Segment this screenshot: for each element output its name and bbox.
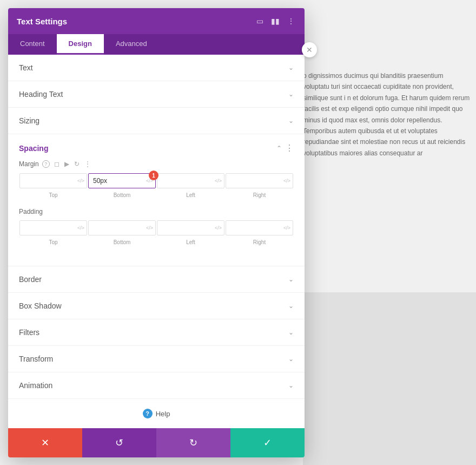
padding-top-input[interactable] [20,221,87,235]
panel-header: Text Settings ▭ ▮▮ ⋮ [8,8,305,34]
section-sizing-label: Sizing [19,116,39,125]
section-box-shadow-label: Box Shadow [19,302,62,310]
confirm-button[interactable]: ✓ [230,428,305,457]
margin-inputs-row: </> </> 1 </> </> [19,173,294,189]
margin-label: Margin [19,160,39,168]
padding-inputs-row: </> </> </> </> [19,220,294,236]
panel-title: Text Settings [17,17,67,26]
margin-right-wrapper: </> [226,173,293,188]
padding-right-input[interactable] [226,221,293,235]
heading-text-chevron-icon: ⌄ [288,90,294,98]
margin-top-wrapper: </> [19,173,87,188]
margin-desktop-icon[interactable]: ◻ [53,160,61,168]
padding-top-wrapper: </> [19,220,87,235]
padding-left-wrapper: </> [157,220,224,235]
margin-right-unit-icon: </> [283,178,290,184]
padding-bottom-wrapper: </> [88,220,156,235]
margin-labels: Top Bottom Left Right [19,191,294,199]
cancel-button[interactable]: ✕ [8,428,82,457]
padding-bottom-label: Bottom [88,238,156,246]
section-filters[interactable]: Filters ⌄ [8,319,305,346]
spacing-title: Spacing [19,144,48,153]
section-transform[interactable]: Transform ⌄ [8,346,305,372]
spacing-chevron-up-icon: ⌃ [276,145,282,152]
help-label: Help [156,410,170,418]
margin-top-label: Top [19,191,88,199]
margin-label-row: Margin ? ◻ ▶ ↻ ⋮ [19,160,294,168]
tab-content[interactable]: Content [8,34,57,55]
margin-bottom-input[interactable] [89,174,155,188]
background-gray-area [303,292,476,465]
section-animation[interactable]: Animation ⌄ [8,372,305,399]
section-border[interactable]: Border ⌄ [8,266,305,293]
margin-control-icons: ◻ ▶ ↻ ⋮ [53,160,92,168]
margin-top-input[interactable] [20,174,87,188]
margin-right-input[interactable] [226,174,293,188]
spacing-more-icon[interactable]: ⋮ [285,143,294,153]
margin-left-wrapper: </> [157,173,224,188]
padding-top-label: Top [19,238,88,246]
margin-left-label: Left [156,191,225,199]
padding-left-unit-icon: </> [215,225,222,231]
padding-labels: Top Bottom Left Right [19,238,294,246]
section-sizing[interactable]: Sizing ⌄ [8,108,305,134]
more-icon[interactable]: ⋮ [286,16,296,27]
margin-top-unit-icon: </> [77,178,84,184]
panel-header-icons: ▭ ▮▮ ⋮ [255,16,296,27]
redo-button[interactable]: ↻ [156,428,230,457]
margin-more-icon[interactable]: ⋮ [83,160,92,168]
help-footer[interactable]: ? Help [8,399,305,428]
section-text[interactable]: Text ⌄ [8,55,305,81]
panel-close-button[interactable]: ✕ [302,42,317,57]
background-text: o dignissimos ducimus qui blanditiis pra… [303,70,471,159]
reset-button[interactable]: ↺ [82,428,156,457]
tab-advanced[interactable]: Advanced [104,34,159,55]
tab-design[interactable]: Design [57,34,104,55]
margin-help-icon[interactable]: ? [42,160,50,168]
padding-left-label: Left [156,238,225,246]
padding-bottom-input[interactable] [89,221,155,235]
animation-chevron-icon: ⌄ [288,382,294,389]
margin-reset-icon[interactable]: ↻ [73,160,81,168]
spacing-header-right: ⌃ ⋮ [276,143,294,153]
padding-right-wrapper: </> [226,220,293,235]
sizing-chevron-icon: ⌄ [288,117,294,125]
padding-label: Padding [19,208,43,215]
margin-badge: 1 [149,171,158,180]
section-heading-text-label: Heading Text [19,90,63,99]
spacing-header[interactable]: Spacing ⌃ ⋮ [19,134,294,160]
padding-right-unit-icon: </> [283,225,290,231]
panel-body: Text ⌄ Heading Text ⌄ Sizing ⌄ Spacing ⌃… [8,55,305,428]
border-chevron-icon: ⌄ [288,276,294,283]
margin-bottom-wrapper: </> 1 [88,173,156,188]
tab-bar: Content Design Advanced [8,34,305,55]
padding-bottom-unit-icon: </> [146,225,153,231]
filters-chevron-icon: ⌄ [288,329,294,336]
padding-right-label: Right [225,238,294,246]
box-shadow-chevron-icon: ⌄ [288,302,294,310]
section-spacing: Spacing ⌃ ⋮ Margin ? ◻ ▶ ↻ ⋮ [8,134,305,266]
section-heading-text[interactable]: Heading Text ⌄ [8,81,305,108]
section-transform-label: Transform [19,355,53,363]
action-bar: ✕ ↺ ↻ ✓ [8,428,305,457]
text-chevron-icon: ⌄ [288,64,294,71]
margin-left-unit-icon: </> [215,178,222,184]
padding-top-unit-icon: </> [77,225,84,231]
transform-chevron-icon: ⌄ [288,355,294,363]
margin-left-input[interactable] [157,174,224,188]
margin-right-label: Right [225,191,294,199]
expand-icon[interactable]: ▭ [255,16,265,27]
help-icon: ? [143,409,153,418]
margin-bottom-label: Bottom [88,191,156,199]
margin-cursor-icon[interactable]: ▶ [63,160,70,168]
columns-icon[interactable]: ▮▮ [270,16,281,27]
padding-label-row: Padding [19,208,294,215]
section-filters-label: Filters [19,328,39,337]
padding-left-input[interactable] [157,221,224,235]
section-animation-label: Animation [19,381,52,390]
section-border-label: Border [19,275,42,284]
settings-panel: Text Settings ▭ ▮▮ ⋮ Content Design Adva… [8,8,305,457]
section-text-label: Text [19,63,33,72]
section-box-shadow[interactable]: Box Shadow ⌄ [8,293,305,319]
